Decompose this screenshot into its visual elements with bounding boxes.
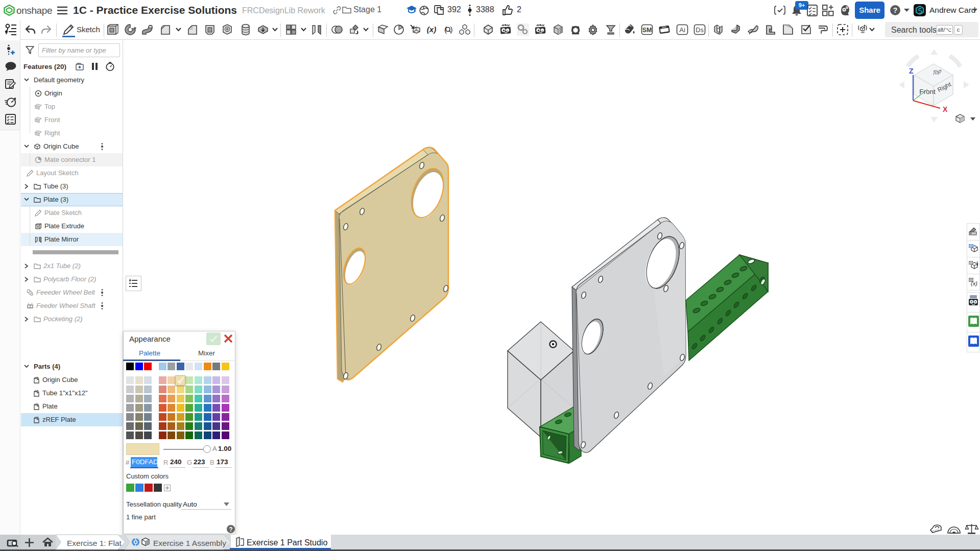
svg-text:Ds: Ds xyxy=(696,27,703,34)
svg-text:X: X xyxy=(943,105,948,113)
svg-text:Front: Front xyxy=(919,88,936,95)
svg-text:(x): (x) xyxy=(971,280,977,286)
svg-text:?: ? xyxy=(229,526,232,533)
svg-text:(x): (x) xyxy=(427,25,436,34)
svg-text:Z: Z xyxy=(909,67,914,75)
svg-text:): ) xyxy=(450,25,453,34)
svg-text:SM: SM xyxy=(642,27,652,34)
svg-text:?: ? xyxy=(893,6,898,14)
svg-text:Ai: Ai xyxy=(679,26,685,34)
